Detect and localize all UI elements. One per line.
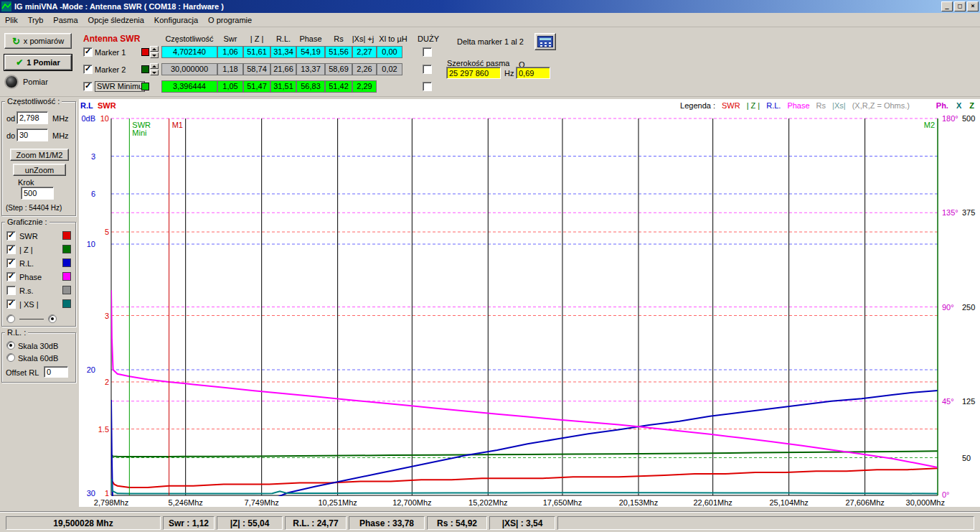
marker-enable-checkbox[interactable]	[83, 82, 93, 91]
legend-item: Phase	[787, 101, 809, 110]
marker-cell: 51,61	[243, 46, 270, 58]
x-axis-tick: 17,650Mhz	[543, 498, 582, 507]
close-button[interactable]: ×	[967, 1, 979, 11]
duzy-checkbox[interactable]	[423, 65, 432, 74]
freq-to-input[interactable]	[17, 129, 48, 141]
spinner-up-icon[interactable]	[150, 63, 159, 69]
calculator-button[interactable]	[534, 33, 556, 50]
marker-frequency-spinner[interactable]	[150, 63, 159, 75]
marker-cell: 3,396444	[161, 80, 217, 93]
plot-xs-checkbox[interactable]	[6, 299, 16, 309]
marker-table-header: Xl to µH	[379, 34, 407, 43]
phase-axis-tick: 90°	[942, 303, 954, 312]
plot-swr-checkbox[interactable]	[6, 231, 16, 241]
app-icon	[1, 1, 11, 11]
marker-frequency-spinner[interactable]	[150, 46, 159, 58]
duzy-checkbox[interactable]	[423, 47, 432, 57]
plot-z-checkbox[interactable]	[6, 245, 16, 254]
calculator-icon	[537, 36, 553, 47]
marker-table-header: Rs	[334, 34, 343, 43]
rl-axis-tick: 0dB	[81, 114, 95, 123]
measure-control[interactable]: Pomiar	[6, 76, 48, 88]
left-axis-swr-title: SWR	[98, 101, 116, 110]
x-axis-tick: 30,000Mhz	[906, 498, 945, 507]
frequency-group: Częstotliwość : od MHz do MHz Zoom M1/M2…	[1, 101, 76, 216]
phase-axis-tick: 135°	[942, 208, 958, 217]
bandwidth-field[interactable]	[446, 67, 501, 79]
menu-item-konfiguracja[interactable]: Konfiguracja	[149, 14, 203, 27]
marker-enable-checkbox[interactable]	[83, 65, 93, 74]
right-axis-titles: Ph. X Z	[936, 101, 974, 110]
marker-cell: 2,26	[352, 63, 377, 75]
q-field[interactable]	[516, 67, 550, 79]
duzy-checkbox[interactable]	[423, 82, 432, 91]
marker-cell: 58,69	[325, 63, 352, 75]
x-axis-tick: 22,601Mhz	[693, 498, 732, 507]
unzoom-button[interactable]: unZoom	[13, 164, 66, 176]
rl-axis-tick: 30	[87, 489, 95, 498]
series-xs	[111, 479, 938, 494]
check-icon: ✔	[16, 58, 23, 67]
scale-60db-radio[interactable]	[6, 353, 15, 362]
rl-axis-tick: 20	[87, 365, 95, 374]
multi-measure-button[interactable]: ↻ x pomiarów	[4, 33, 72, 49]
marker-cell: 2,27	[352, 46, 377, 58]
x-axis-tick: 10,251Mhz	[318, 498, 357, 507]
marker-cell: 2,29	[352, 80, 377, 93]
rl-group-title: R.L. :	[5, 328, 28, 337]
graph-traces-group: Graficznie : SWR| Z |R.L.PhaseR.s.| XS |	[1, 222, 76, 327]
marker-cell: 56,83	[296, 80, 325, 93]
menu-item-opcje-śledzenia[interactable]: Opcje śledzenia	[83, 14, 149, 27]
marker-name-label: SWR Minimu	[95, 81, 145, 92]
plot-style-radio-1[interactable]	[6, 314, 15, 323]
menu-item-pasma[interactable]: Pasma	[48, 14, 83, 27]
restore-button[interactable]: □	[954, 1, 966, 11]
series-rl	[111, 391, 938, 507]
marker-table-header: Częstotliwość	[165, 34, 213, 43]
return-loss-group: R.L. : Skala 30dB Skala 60dB Offset RL	[1, 332, 76, 383]
graph-group-title: Graficznie :	[5, 218, 50, 226]
freq-from-input[interactable]	[17, 111, 48, 124]
single-measure-button[interactable]: ✔ 1 Pomiar	[4, 55, 72, 70]
plot-color-swatch	[62, 272, 71, 281]
status-segment: Swr : 1,12	[163, 516, 215, 530]
marker-name-label: Marker 1	[95, 48, 126, 57]
menu-item-o-programie[interactable]: O programie	[203, 14, 257, 27]
phase-axis-tick: 180°	[942, 114, 958, 123]
marker-cell: 0,00	[377, 46, 402, 58]
step-input[interactable]	[21, 187, 54, 200]
rl-axis-tick: 6	[91, 190, 95, 198]
menu-bar: PlikTrybPasmaOpcje śledzeniaKonfiguracja…	[0, 13, 980, 27]
frequency-group-title: Częstotliwość :	[5, 97, 62, 106]
step-hz-label: (Step : 54404 Hz)	[6, 204, 62, 212]
minimize-button[interactable]: _	[941, 1, 953, 11]
spinner-up-icon[interactable]	[150, 46, 159, 52]
offset-rl-input[interactable]	[44, 366, 68, 378]
plot-rl-checkbox[interactable]	[6, 258, 16, 268]
title-bar[interactable]: IG miniVNA -Mode : Antenna SWR ( COM18 :…	[0, 0, 980, 13]
swr-axis-tick: 1	[105, 489, 109, 498]
z-ref-50-tick: 50	[962, 454, 971, 462]
scale-30db-radio[interactable]	[6, 341, 15, 350]
x-axis-tick: 20,153Mhz	[619, 498, 658, 507]
legend-item: |Xs|	[832, 101, 846, 110]
swr-axis-tick: 1.5	[98, 425, 109, 434]
menu-item-plik[interactable]: Plik	[0, 14, 23, 27]
knob-icon	[6, 76, 17, 88]
x-axis-tick: 2,798Mhz	[94, 498, 128, 507]
spinner-down-icon[interactable]	[150, 52, 159, 58]
offset-rl-label: Offset RL	[6, 368, 39, 377]
window-title: IG miniVNA -Mode : Antenna SWR ( COM18 :…	[14, 2, 940, 11]
marker-table-header: |Xs| +j	[352, 34, 374, 43]
plot-color-swatch	[62, 231, 71, 240]
scale-30db-label: Skala 30dB	[18, 342, 58, 350]
marker-enable-checkbox[interactable]	[83, 47, 93, 57]
spinner-down-icon[interactable]	[150, 70, 159, 75]
menu-item-tryb[interactable]: Tryb	[23, 14, 49, 27]
plot-style-radio-2[interactable]	[48, 314, 57, 323]
plot-item-label: | Z |	[19, 246, 33, 254]
zoom-m1-m2-button[interactable]: Zoom M1/M2	[10, 149, 69, 161]
x-axis-tick: 12,700Mhz	[392, 498, 431, 507]
plot-phase-checkbox[interactable]	[6, 272, 16, 281]
plot-rs-checkbox[interactable]	[6, 286, 16, 295]
